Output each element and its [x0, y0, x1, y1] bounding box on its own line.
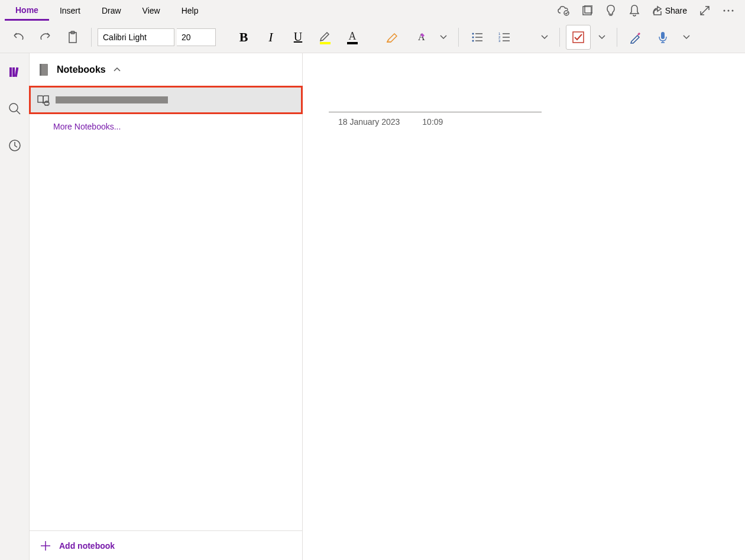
- svg-point-29: [9, 103, 18, 112]
- add-notebook-button[interactable]: Add notebook: [30, 530, 302, 560]
- svg-point-35: [48, 68, 49, 69]
- svg-point-5: [732, 10, 734, 12]
- share-icon: [652, 5, 663, 16]
- format-painter-button[interactable]: A: [407, 26, 432, 48]
- tab-bar: Home Insert Draw View Help Share: [0, 0, 745, 21]
- font-dropdown-icon[interactable]: [435, 26, 452, 48]
- svg-point-36: [48, 70, 49, 72]
- share-label: Share: [665, 6, 687, 15]
- tab-insert[interactable]: Insert: [49, 1, 91, 21]
- notebooks-rail-button[interactable]: [3, 60, 27, 84]
- font-color-button[interactable]: A: [340, 26, 365, 48]
- numbered-list-button[interactable]: 123: [492, 26, 517, 48]
- bold-button[interactable]: B: [231, 26, 256, 48]
- add-notebook-label: Add notebook: [59, 541, 115, 551]
- svg-rect-1: [583, 7, 591, 15]
- svg-text:A: A: [349, 30, 357, 42]
- ribbon-toolbar: Calibri Light 20 B I U A A 123: [0, 21, 745, 53]
- panel-header-title: Notebooks: [57, 64, 106, 75]
- font-size-input[interactable]: 20: [177, 28, 216, 46]
- lightbulb-icon[interactable]: [599, 0, 623, 21]
- svg-rect-24: [573, 32, 584, 43]
- notebook-sync-icon: [37, 94, 50, 106]
- svg-text:3: 3: [498, 39, 501, 43]
- svg-rect-26: [9, 67, 12, 77]
- feed-icon[interactable]: [575, 0, 599, 21]
- chevron-up-icon: [113, 67, 121, 73]
- svg-line-30: [17, 111, 20, 114]
- undo-button[interactable]: [6, 26, 31, 48]
- main-area: Notebooks More Notebooks... Add notebook: [0, 53, 745, 560]
- clipboard-button[interactable]: [60, 26, 85, 48]
- recent-rail-button[interactable]: [3, 134, 27, 157]
- redo-button[interactable]: [33, 26, 58, 48]
- svg-point-37: [48, 73, 49, 74]
- todo-tag-button[interactable]: [566, 25, 591, 50]
- navigation-rail: [0, 53, 30, 560]
- notebook-name-redacted: [56, 96, 168, 103]
- font-name-input[interactable]: Calibri Light: [98, 28, 174, 46]
- svg-rect-28: [14, 67, 18, 77]
- clear-formatting-button[interactable]: [380, 26, 405, 48]
- share-button[interactable]: Share: [646, 0, 693, 21]
- page-canvas[interactable]: 18 January 2023 10:09: [303, 53, 745, 560]
- cloud-sync-icon[interactable]: [552, 0, 575, 21]
- notebook-icon: [38, 63, 50, 76]
- svg-rect-25: [661, 32, 665, 39]
- bullet-list-button[interactable]: [465, 26, 490, 48]
- more-notebooks-link[interactable]: More Notebooks...: [30, 114, 302, 140]
- clock-icon: [8, 139, 21, 152]
- fullscreen-icon[interactable]: [693, 0, 717, 21]
- search-icon: [8, 102, 21, 115]
- ink-pen-button[interactable]: [623, 26, 648, 48]
- svg-point-14: [472, 36, 474, 38]
- underline-button[interactable]: U: [286, 26, 310, 48]
- svg-point-34: [48, 66, 49, 67]
- page-title-input[interactable]: [329, 83, 542, 112]
- svg-rect-10: [347, 42, 358, 44]
- notebooks-panel-header[interactable]: Notebooks: [30, 53, 302, 86]
- svg-point-3: [724, 10, 725, 12]
- books-icon: [8, 66, 21, 79]
- search-rail-button[interactable]: [3, 97, 27, 121]
- notebook-item-selected[interactable]: [30, 86, 302, 114]
- svg-point-12: [472, 33, 474, 34]
- plus-icon: [40, 540, 51, 551]
- paragraph-dropdown-icon[interactable]: [536, 26, 553, 48]
- voice-dropdown-icon[interactable]: [678, 26, 695, 48]
- tab-help[interactable]: Help: [171, 1, 209, 21]
- tags-dropdown-icon[interactable]: [593, 26, 611, 48]
- svg-point-4: [728, 10, 730, 12]
- italic-button[interactable]: I: [258, 26, 283, 48]
- notification-bell-icon[interactable]: [623, 0, 646, 21]
- svg-point-16: [472, 40, 474, 41]
- notebook-panel: Notebooks More Notebooks... Add notebook: [30, 53, 303, 560]
- svg-rect-27: [12, 67, 15, 77]
- page-time: 10:09: [422, 117, 443, 127]
- tab-draw[interactable]: Draw: [91, 1, 132, 21]
- tab-view[interactable]: View: [132, 1, 171, 21]
- page-date: 18 January 2023: [338, 117, 400, 127]
- svg-rect-33: [40, 64, 41, 76]
- page-meta: 18 January 2023 10:09: [329, 117, 719, 127]
- highlight-button[interactable]: [313, 26, 338, 48]
- svg-rect-8: [320, 42, 331, 44]
- more-options-icon[interactable]: [717, 0, 740, 21]
- dictate-button[interactable]: [650, 26, 675, 48]
- svg-text:A: A: [418, 32, 425, 42]
- tab-home[interactable]: Home: [5, 1, 49, 21]
